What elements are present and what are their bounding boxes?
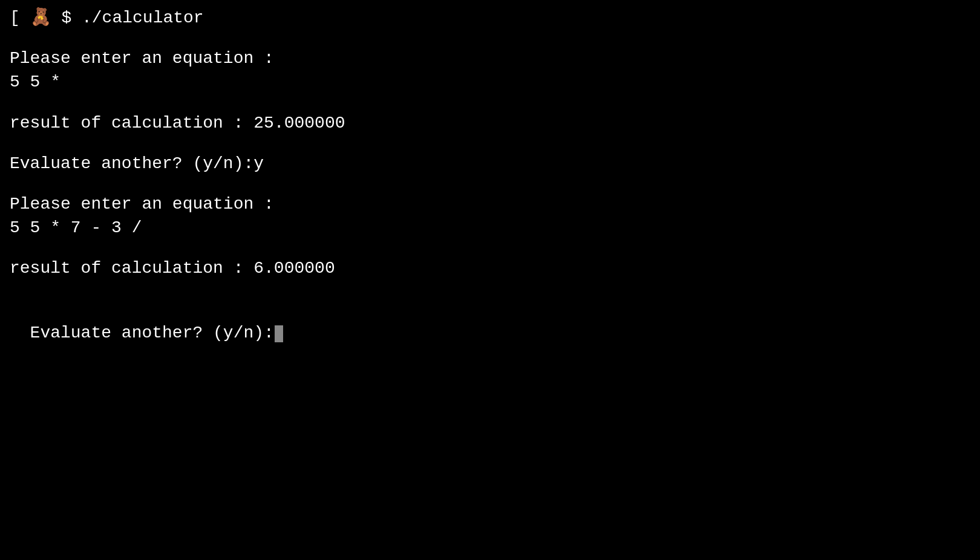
input-line-1: 5 5 * (10, 70, 970, 94)
input-line-2: 5 5 * 7 - 3 / (10, 216, 970, 239)
spacer-5 (10, 239, 970, 256)
evaluate-line-1: Evaluate another? (y/n):y (10, 152, 970, 175)
evaluate-line-2: Evaluate another? (y/n): (10, 298, 970, 345)
spacer-6 (10, 281, 970, 298)
evaluate-prompt-text: Evaluate another? (y/n): (30, 324, 274, 342)
please-enter-1: Please enter an equation : (10, 47, 970, 70)
spacer-4 (10, 175, 970, 192)
terminal-cursor (275, 325, 283, 342)
spacer-2 (10, 94, 970, 111)
result-line-1: result of calculation : 25.000000 (10, 111, 970, 135)
prompt-line: [ 🧸 $ ./calculator (10, 6, 970, 30)
result-line-2: result of calculation : 6.000000 (10, 256, 970, 280)
spacer-1 (10, 30, 970, 47)
spacer-3 (10, 135, 970, 152)
please-enter-2: Please enter an equation : (10, 192, 970, 216)
